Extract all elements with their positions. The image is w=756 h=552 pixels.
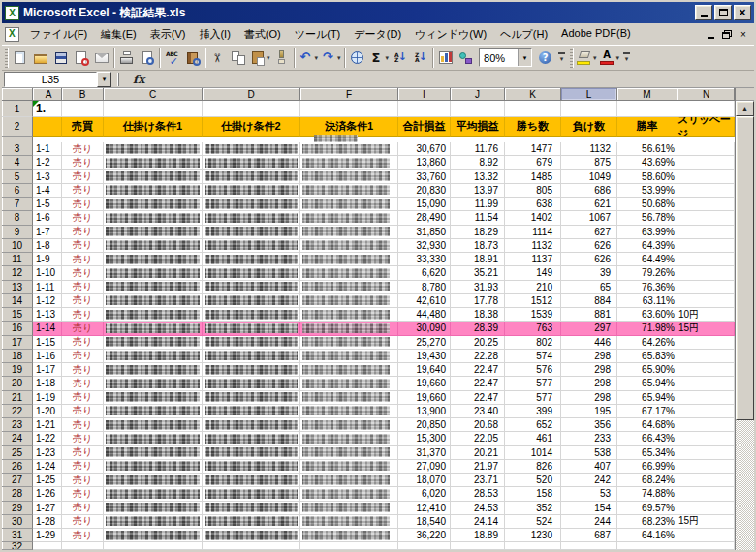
cell-entry-cond1[interactable] <box>104 294 203 308</box>
cell-wins[interactable]: 399 <box>505 405 561 418</box>
fill-color-button[interactable]: ▾ <box>575 47 598 69</box>
cell-wins[interactable]: 352 <box>505 502 561 515</box>
cell-win-rate[interactable]: 65.94% <box>617 377 677 390</box>
cell-avg-pl[interactable]: 18.38 <box>451 308 505 322</box>
cell-total-pl[interactable]: 19,640 <box>398 363 451 377</box>
cell-entry-cond1[interactable] <box>104 350 203 363</box>
cell-pattern-id[interactable]: 1-4 <box>33 184 62 198</box>
cell-entry-cond2[interactable] <box>203 226 300 239</box>
cell-losses[interactable]: 875 <box>561 156 617 169</box>
cell-total-pl[interactable]: 6,020 <box>398 487 451 501</box>
cell-entry-cond1[interactable] <box>104 142 203 156</box>
cell-entry-cond1[interactable] <box>104 502 203 515</box>
cell-total-pl[interactable]: 19,430 <box>398 350 451 363</box>
header-cell-slippage[interactable]: スリッページ <box>677 117 735 137</box>
cell-exit-cond1[interactable] <box>300 156 398 169</box>
cell-total-pl[interactable]: 15,090 <box>398 198 451 211</box>
cell-pattern-id[interactable]: 1-7 <box>33 226 62 239</box>
help-button[interactable] <box>535 47 555 69</box>
cell-slippage[interactable] <box>677 156 735 169</box>
cell-entry-cond1[interactable] <box>104 515 203 529</box>
cell-side[interactable]: 売り <box>62 446 104 460</box>
dropdown-arrow-icon[interactable]: ▾ <box>267 54 270 62</box>
header-cell-avg-pl[interactable]: 平均損益 <box>451 117 505 137</box>
cell-side[interactable]: 売り <box>62 350 104 363</box>
cell[interactable] <box>398 542 451 550</box>
cell-entry-cond2[interactable] <box>203 336 300 350</box>
cell-side[interactable]: 売り <box>62 239 104 253</box>
scrollbar-thumb[interactable] <box>736 116 754 420</box>
row-header[interactable] <box>2 137 33 142</box>
cell-entry-cond1[interactable] <box>104 487 203 501</box>
cell-win-rate[interactable]: 56.61% <box>617 142 677 156</box>
cell-a1[interactable]: 1. <box>33 101 62 117</box>
cell-exit-cond1[interactable] <box>300 266 398 280</box>
column-header-I[interactable]: I <box>398 88 451 101</box>
cell-entry-cond1[interactable] <box>104 405 203 418</box>
cell-side[interactable]: 売り <box>62 211 104 225</box>
row-header[interactable]: 20 <box>2 377 33 390</box>
cell-entry-cond2[interactable] <box>203 446 300 460</box>
cell-entry-cond1[interactable] <box>104 446 203 460</box>
column-header-M[interactable]: M <box>617 88 677 101</box>
cell-entry-cond2[interactable] <box>203 474 300 487</box>
cell-win-rate[interactable]: 63.99% <box>617 226 677 239</box>
cell-total-pl[interactable]: 44,480 <box>398 308 451 322</box>
row-header[interactable]: 31 <box>2 529 33 542</box>
dropdown-arrow-icon[interactable]: ▾ <box>386 54 390 62</box>
cell-wins[interactable]: 461 <box>505 432 561 445</box>
row-header[interactable]: 2 <box>2 117 33 137</box>
cell-exit-cond1[interactable] <box>300 226 398 239</box>
cell-side[interactable]: 売り <box>62 363 104 377</box>
cell-exit-cond1[interactable] <box>300 253 398 266</box>
cell-losses[interactable]: 627 <box>561 226 617 239</box>
cell-total-pl[interactable]: 19,660 <box>398 391 451 405</box>
cell-losses[interactable]: 687 <box>561 529 617 542</box>
row-header[interactable]: 24 <box>2 432 33 445</box>
cell-entry-cond1[interactable] <box>104 198 203 211</box>
cell-entry-cond1[interactable] <box>104 377 203 390</box>
header-cell-side[interactable]: 売買 <box>62 117 104 137</box>
cell-entry-cond1[interactable] <box>104 391 203 405</box>
cell-slippage[interactable]: 15円 <box>677 322 735 335</box>
cell-total-pl[interactable]: 13,900 <box>398 405 451 418</box>
cell-slippage[interactable] <box>677 336 735 350</box>
cell-total-pl[interactable]: 12,410 <box>398 502 451 515</box>
toolbar-drag-handle[interactable] <box>5 48 8 68</box>
row-header[interactable]: 13 <box>2 281 33 294</box>
workbook-icon[interactable] <box>5 27 19 42</box>
cell-exit-cond1[interactable] <box>300 294 398 308</box>
cell-side[interactable]: 売り <box>62 253 104 266</box>
toolbar-options-button[interactable]: ▾ <box>555 47 568 69</box>
row-header[interactable]: 25 <box>2 446 33 460</box>
cell-avg-pl[interactable]: 35.21 <box>451 266 505 280</box>
cell[interactable] <box>451 101 505 117</box>
cell-exit-cond1[interactable] <box>300 405 398 418</box>
cell-pattern-id[interactable]: 1-26 <box>33 487 62 501</box>
row-header[interactable]: 29 <box>2 502 33 515</box>
cell[interactable] <box>33 542 62 550</box>
cell-win-rate[interactable]: 66.43% <box>617 432 677 445</box>
cell-pattern-id[interactable]: 1-19 <box>33 391 62 405</box>
cell-pattern-id[interactable]: 1-11 <box>33 281 62 294</box>
cell-slippage[interactable] <box>677 170 735 184</box>
cell-avg-pl[interactable]: 11.54 <box>451 211 505 225</box>
cell-entry-cond1[interactable] <box>104 266 203 280</box>
cell-losses[interactable]: 626 <box>561 253 617 266</box>
cell-total-pl[interactable]: 19,660 <box>398 377 451 390</box>
cell-wins[interactable]: 1402 <box>505 211 561 225</box>
sort-descending-button[interactable] <box>410 47 430 69</box>
cell-win-rate[interactable]: 63.11% <box>617 294 677 308</box>
cell-entry-cond2[interactable] <box>203 322 300 335</box>
menu-item-edit[interactable]: 編集(E) <box>94 24 143 45</box>
cell-pattern-id[interactable]: 1-14 <box>33 322 62 335</box>
cell-side[interactable]: 売り <box>62 405 104 418</box>
cell-total-pl[interactable]: 30,670 <box>398 142 451 156</box>
cell-losses[interactable]: 233 <box>561 432 617 445</box>
cell-avg-pl[interactable]: 11.99 <box>451 198 505 211</box>
cell-win-rate[interactable]: 53.99% <box>617 184 677 198</box>
cell-pattern-id[interactable]: 1-22 <box>33 432 62 445</box>
cell-entry-cond2[interactable] <box>203 377 300 390</box>
cell-avg-pl[interactable]: 18.89 <box>451 529 505 542</box>
cell-slippage[interactable] <box>677 460 735 474</box>
